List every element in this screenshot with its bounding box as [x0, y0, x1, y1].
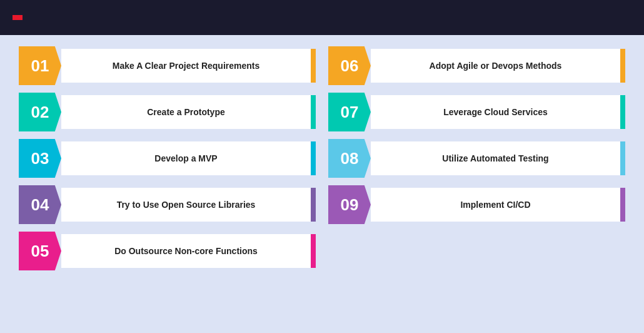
side-accent — [311, 141, 316, 175]
number-badge: 08 — [328, 139, 371, 178]
number-badge: 02 — [19, 93, 61, 131]
side-accent — [620, 95, 625, 129]
item-label: Do Outsource Non-core Functions — [61, 234, 311, 268]
strategy-item: 02Create a Prototype — [19, 93, 316, 131]
strategy-item: 05Do Outsource Non-core Functions — [19, 232, 316, 270]
item-number: 09 — [341, 195, 359, 215]
strategy-item: 06Adopt Agile or Devops Methods — [328, 46, 625, 85]
item-number: 07 — [341, 103, 359, 122]
item-number: 02 — [31, 103, 49, 122]
item-label: Create a Prototype — [61, 95, 311, 129]
strategy-item: 09Implement CI/CD — [328, 185, 625, 224]
side-accent — [311, 49, 316, 83]
side-accent — [620, 188, 625, 222]
number-badge: 03 — [19, 139, 61, 178]
logo-box — [13, 15, 23, 20]
item-number: 05 — [31, 242, 49, 261]
number-badge: 06 — [328, 46, 371, 85]
item-number: 01 — [31, 56, 49, 76]
item-label: Try to Use Open Source Libraries — [61, 188, 311, 222]
item-label: Adopt Agile or Devops Methods — [371, 49, 620, 83]
item-label: Implement CI/CD — [371, 188, 620, 222]
header — [0, 0, 644, 35]
side-accent — [311, 188, 316, 222]
item-number: 06 — [341, 56, 359, 76]
item-label: Leverage Cloud Services — [371, 95, 620, 129]
item-label: Make A Clear Project Requirements — [61, 49, 311, 83]
item-label: Utilize Automated Testing — [371, 141, 620, 175]
number-badge: 07 — [328, 93, 371, 131]
strategy-item: 08Utilize Automated Testing — [328, 139, 625, 178]
number-badge: 01 — [19, 46, 61, 85]
strategy-item: 01Make A Clear Project Requirements — [19, 46, 316, 85]
number-badge: 09 — [328, 185, 371, 224]
strategy-item: 04Try to Use Open Source Libraries — [19, 185, 316, 224]
side-accent — [620, 49, 625, 83]
side-accent — [620, 141, 625, 175]
right-column: 06Adopt Agile or Devops Methods07Leverag… — [328, 46, 625, 270]
item-number: 08 — [341, 149, 359, 168]
strategy-item: 07Leverage Cloud Services — [328, 93, 625, 131]
left-column: 01Make A Clear Project Requirements02Cre… — [19, 46, 316, 270]
item-label: Develop a MVP — [61, 141, 311, 175]
side-accent — [311, 234, 316, 268]
strategy-item: 03Develop a MVP — [19, 139, 316, 178]
main-content: 01Make A Clear Project Requirements02Cre… — [0, 35, 644, 282]
item-number: 04 — [31, 195, 49, 215]
item-number: 03 — [31, 149, 49, 168]
number-badge: 04 — [19, 185, 61, 224]
number-badge: 05 — [19, 232, 61, 270]
side-accent — [311, 95, 316, 129]
